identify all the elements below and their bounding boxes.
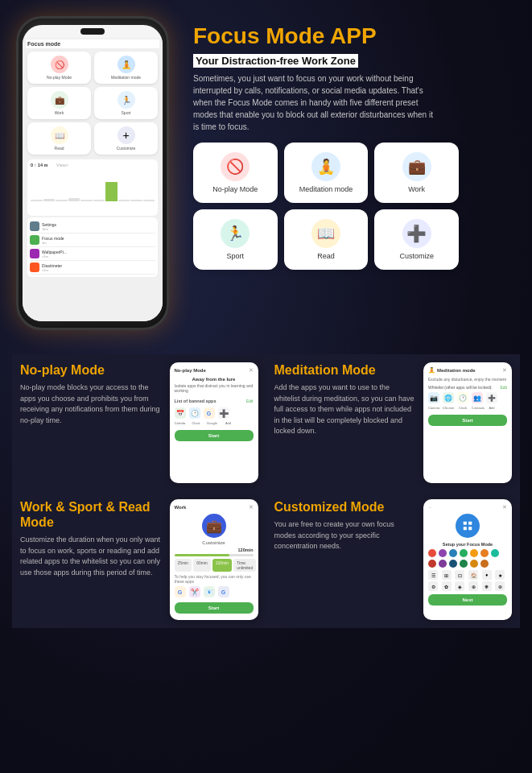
svg-rect-1 (468, 522, 472, 525)
meditation-ss-header: 🧘 Meditation mode ✕ (428, 367, 507, 374)
dur-unlimited[interactable]: Time unlimited (233, 559, 256, 572)
cust-icon-12[interactable]: ⊛ (495, 581, 505, 591)
cust-icon-10[interactable]: ⊕ (468, 581, 478, 591)
list-item-focus: Focus mode 1m (30, 234, 155, 247)
mode-card-meditation[interactable]: 🧘 Meditation mode (284, 143, 369, 203)
meditation-feature-desc: Add the apps you want to use to the whit… (274, 382, 416, 437)
cust-icon-8[interactable]: ✿ (442, 581, 452, 591)
mode-card-customize[interactable]: ➕ Customize (374, 209, 459, 270)
color-yellow[interactable] (470, 549, 478, 557)
whitelist-label: Whitelist (other apps will be locked): (428, 385, 493, 390)
read-label: Read (55, 146, 64, 151)
read-card-label: Read (317, 252, 335, 260)
color-darkgreen[interactable] (460, 560, 468, 568)
color-darkred[interactable] (428, 560, 436, 568)
mode-card-read[interactable]: 📖 Read (284, 209, 369, 270)
noplay-icon: 🚫 (51, 56, 68, 73)
work-customize-label: Customize (175, 540, 254, 545)
meditation-icon: 🧘 (118, 56, 135, 73)
color-darkpurple[interactable] (439, 560, 447, 568)
app-info: Focus Mode APP Your Distraction-free Wor… (189, 16, 516, 338)
dias-time: <1m (42, 268, 62, 272)
color-purple[interactable] (439, 549, 447, 557)
feature-customize: Customized Mode You are free to create y… (266, 491, 521, 628)
noplay-ss-subtitle: Isolate apps that distract you in learni… (175, 383, 254, 393)
meditation-edit[interactable]: Edit (500, 385, 507, 390)
color-teal[interactable] (491, 549, 499, 557)
phone-app-work: 💼 Work (27, 87, 91, 119)
noplay-ss-section: List of banned apps Edit (175, 396, 254, 405)
work-duration-value: 120min (238, 548, 254, 552)
sport-label: Sport (122, 110, 131, 115)
noplay-start-btn[interactable]: Start (175, 430, 254, 441)
meditation-ss-close: ✕ (502, 367, 507, 374)
dur-25[interactable]: 25min (175, 559, 192, 572)
work-scissors-icon: ✂️ (189, 586, 200, 597)
noplay-ss-tagline: Away from the lure (175, 377, 254, 382)
cust-icon-3[interactable]: ⊡ (455, 570, 464, 580)
work-icon: 💼 (51, 91, 68, 109)
customize-ss-back: ← (428, 505, 433, 510)
color-red[interactable] (428, 549, 436, 557)
phone-bottom-list: Settings 12m Focus mode 1m (27, 217, 158, 277)
phone-app-meditation: 🧘 Meditation mode (94, 52, 158, 84)
app-subtitle: Your Distraction-free Work Zone (196, 55, 356, 67)
noplay-edit[interactable]: Edit (246, 399, 254, 403)
settings-icon (30, 221, 39, 231)
cust-icon-9[interactable]: ◈ (455, 581, 464, 591)
work-help-text: To help you stay focused, you can only u… (175, 574, 254, 584)
mode-card-work[interactable]: 💼 Work (374, 143, 459, 203)
mode-cards-grid: 🚫 No-play Mode 🧘 Meditation mode 💼 Work … (193, 143, 459, 270)
customize-next-btn[interactable]: Next (428, 594, 507, 606)
meditation-ss-box: 🧘 Meditation mode ✕ Exclude any disturba… (423, 362, 512, 483)
dur-120[interactable]: 120min (212, 559, 232, 572)
color-darkblue[interactable] (449, 560, 457, 568)
work-card-label: Work (408, 185, 425, 193)
dias-icon (30, 262, 39, 272)
wallpaper-icon (30, 249, 39, 258)
phone-apps-grid: 🚫 No-play Mode 🧘 Meditation mode 💼 Work (26, 48, 159, 158)
feature-noplay: No-play Mode No-play mode blocks your ac… (12, 354, 266, 491)
meditation-apps-row: 📷 🌐 🕐 👥 ➕ (428, 392, 507, 403)
cust-icon-2[interactable]: ⊞ (442, 570, 452, 580)
color-darkorange[interactable] (480, 560, 489, 568)
cust-icon-1[interactable]: ☰ (428, 570, 438, 580)
meditation-start-btn[interactable]: Start (428, 415, 507, 426)
chrome-icon: 🌐 (443, 392, 454, 403)
work-text: Work & Sport & Read Mode Customize the d… (20, 499, 162, 620)
color-green[interactable] (460, 549, 468, 557)
meditation-card-icon: 🧘 (311, 152, 340, 181)
customize-ss-title: Setup your Focus Mode (428, 542, 507, 547)
work-ss-title: Work (175, 505, 187, 510)
meditation-screenshot: 🧘 Meditation mode ✕ Exclude any disturba… (423, 362, 512, 483)
customize-color-row2 (428, 560, 507, 568)
mode-card-sport[interactable]: 🏃 Sport (193, 209, 278, 270)
cust-icon-5[interactable]: ♦ (482, 570, 492, 580)
cust-icon-6[interactable]: ★ (495, 570, 505, 580)
work-start-btn[interactable]: Start (175, 602, 254, 614)
cust-icon-11[interactable]: ❋ (482, 581, 492, 591)
meditation-text: Meditation Mode Add the apps you want to… (274, 362, 416, 483)
meditation-card-label: Meditation mode (299, 185, 353, 193)
dur-60[interactable]: 60min (193, 559, 211, 572)
meditation-app-labels: Camera Chrome Clock Contacts Add (428, 406, 507, 410)
noplay-ss-title: No-play Mode (175, 368, 206, 373)
color-blue[interactable] (449, 549, 457, 557)
work-ss-header: Work ✕ (175, 504, 254, 511)
work-mail-icon: 📧 (204, 586, 215, 597)
phone-app-customize: + Customize (94, 122, 158, 155)
google-icon: G (204, 407, 215, 419)
color-darkyellow[interactable] (470, 560, 478, 568)
settings-time: 12m (42, 227, 56, 231)
customize-label: Customize (117, 146, 136, 151)
cust-icon-4[interactable]: 🏠 (468, 570, 478, 580)
noplay-ss-header: No-play Mode ✕ (175, 367, 254, 374)
wallpaper-time: <1m (42, 254, 67, 258)
cust-icon-7[interactable]: ⚙ (428, 581, 438, 591)
noplay-card-icon: 🚫 (221, 152, 250, 181)
customize-color-row1 (428, 549, 507, 557)
sport-card-icon: 🏃 (221, 219, 250, 248)
phone-mockup: Focus mode 🚫 No-play Mode 🧘 Meditation m… (16, 16, 177, 338)
color-orange[interactable] (480, 549, 489, 557)
mode-card-noplay[interactable]: 🚫 No-play Mode (193, 143, 278, 203)
